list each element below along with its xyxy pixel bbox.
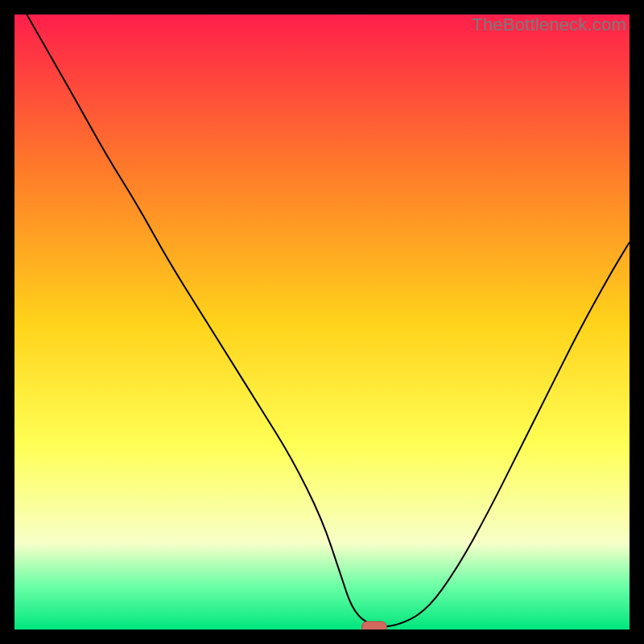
- bottleneck-chart: [14, 14, 630, 630]
- watermark-text: TheBottleneck.com: [472, 14, 626, 35]
- plot-area: TheBottleneck.com: [14, 14, 630, 630]
- optimal-marker: [362, 621, 387, 630]
- chart-frame: TheBottleneck.com: [0, 0, 644, 644]
- gradient-background: [14, 14, 630, 630]
